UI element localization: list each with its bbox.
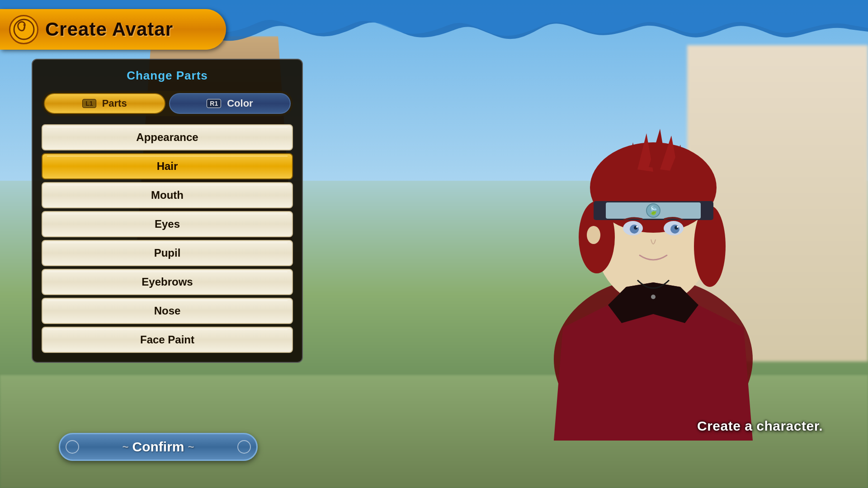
menu-item-face-paint[interactable]: Face Paint [42, 327, 293, 353]
svg-point-23 [587, 226, 600, 244]
menu-item-hair[interactable]: Hair [42, 153, 293, 179]
subtitle-text: Create a character. [697, 418, 823, 434]
tab-color-badge: R1 [207, 99, 221, 108]
confirm-button[interactable]: Confirm [59, 433, 258, 461]
tabs-row: L1 Parts R1 Color [42, 91, 293, 116]
tab-color[interactable]: R1 Color [169, 93, 291, 114]
menu-item-nose[interactable]: Nose [42, 298, 293, 324]
svg-point-21 [636, 226, 638, 228]
page-title: Create Avatar [45, 19, 173, 40]
confirm-deco-left [66, 440, 79, 454]
title-bar: Create Avatar [0, 9, 226, 50]
tab-parts-badge: L1 [82, 99, 96, 108]
change-parts-panel: Change Parts L1 Parts R1 Color Appearanc… [32, 59, 303, 363]
svg-point-22 [677, 226, 679, 228]
svg-point-18 [670, 225, 679, 234]
svg-text:🍃: 🍃 [648, 206, 659, 216]
spiral-icon [9, 15, 38, 44]
tab-parts[interactable]: L1 Parts [44, 93, 165, 114]
menu-item-eyes[interactable]: Eyes [42, 211, 293, 237]
tab-parts-label: Parts [102, 98, 127, 109]
confirm-label: Confirm [122, 439, 194, 455]
character-display: 🍃 [484, 23, 823, 452]
tab-color-label: Color [227, 98, 253, 109]
menu-item-mouth[interactable]: Mouth [42, 182, 293, 208]
panel-heading: Change Parts [42, 69, 293, 83]
svg-point-17 [630, 225, 639, 234]
menu-list: Appearance Hair Mouth Eyes Pupil Eyebrow… [42, 124, 293, 353]
menu-item-pupil[interactable]: Pupil [42, 240, 293, 266]
svg-point-24 [651, 295, 656, 299]
menu-item-eyebrows[interactable]: Eyebrows [42, 269, 293, 295]
confirm-deco-right [237, 440, 251, 454]
menu-item-appearance[interactable]: Appearance [42, 124, 293, 150]
